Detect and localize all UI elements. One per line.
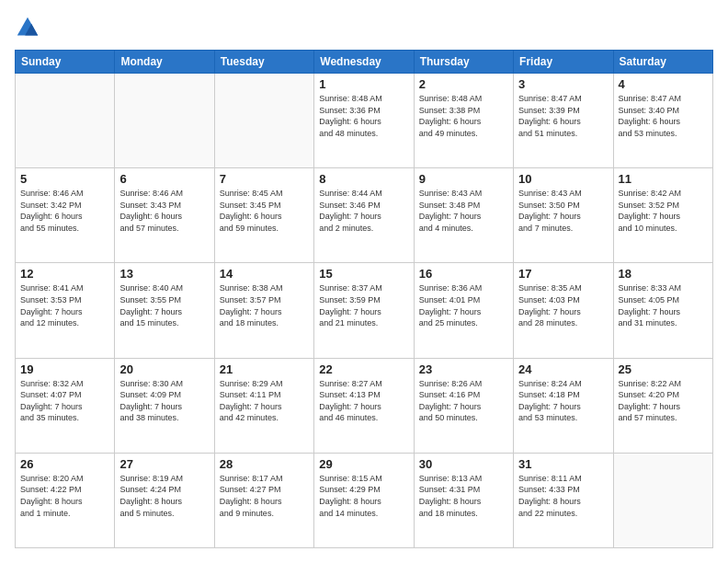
week-row-1: 1Sunrise: 8:48 AM Sunset: 3:36 PM Daylig… — [16, 74, 713, 168]
calendar-cell: 16Sunrise: 8:36 AM Sunset: 4:01 PM Dayli… — [414, 263, 513, 358]
calendar-cell: 23Sunrise: 8:26 AM Sunset: 4:16 PM Dayli… — [414, 358, 513, 453]
calendar-cell: 29Sunrise: 8:15 AM Sunset: 4:29 PM Dayli… — [314, 453, 414, 547]
calendar-cell: 1Sunrise: 8:48 AM Sunset: 3:36 PM Daylig… — [314, 74, 414, 168]
day-info: Sunrise: 8:38 AM Sunset: 3:57 PM Dayligh… — [220, 282, 309, 328]
weekday-header-row: SundayMondayTuesdayWednesdayThursdayFrid… — [16, 51, 713, 74]
day-info: Sunrise: 8:19 AM Sunset: 4:24 PM Dayligh… — [119, 473, 209, 519]
calendar-cell: 10Sunrise: 8:43 AM Sunset: 3:50 PM Dayli… — [514, 168, 613, 263]
calendar-cell — [16, 74, 115, 168]
day-info: Sunrise: 8:47 AM Sunset: 3:40 PM Dayligh… — [619, 93, 708, 139]
weekday-header-tuesday: Tuesday — [214, 51, 313, 74]
day-info: Sunrise: 8:43 AM Sunset: 3:48 PM Dayligh… — [419, 188, 508, 234]
calendar-cell — [613, 453, 712, 547]
calendar-cell: 21Sunrise: 8:29 AM Sunset: 4:11 PM Dayli… — [214, 358, 313, 453]
calendar-cell: 2Sunrise: 8:48 AM Sunset: 3:38 PM Daylig… — [414, 74, 513, 168]
calendar-cell: 24Sunrise: 8:24 AM Sunset: 4:18 PM Dayli… — [514, 358, 613, 453]
day-info: Sunrise: 8:13 AM Sunset: 4:31 PM Dayligh… — [419, 473, 508, 519]
day-info: Sunrise: 8:46 AM Sunset: 3:43 PM Dayligh… — [119, 188, 209, 234]
day-info: Sunrise: 8:46 AM Sunset: 3:42 PM Dayligh… — [20, 188, 109, 234]
calendar-cell: 31Sunrise: 8:11 AM Sunset: 4:33 PM Dayli… — [514, 453, 613, 547]
day-number: 4 — [619, 77, 708, 91]
weekday-header-friday: Friday — [514, 51, 613, 74]
day-info: Sunrise: 8:44 AM Sunset: 3:46 PM Dayligh… — [319, 188, 408, 234]
calendar-cell: 3Sunrise: 8:47 AM Sunset: 3:39 PM Daylig… — [514, 74, 613, 168]
day-info: Sunrise: 8:33 AM Sunset: 4:05 PM Dayligh… — [619, 282, 708, 328]
calendar-cell: 14Sunrise: 8:38 AM Sunset: 3:57 PM Dayli… — [214, 263, 313, 358]
logo — [15, 15, 44, 40]
day-number: 11 — [619, 172, 708, 186]
day-number: 2 — [419, 77, 508, 91]
header — [15, 15, 713, 40]
calendar-cell: 12Sunrise: 8:41 AM Sunset: 3:53 PM Dayli… — [16, 263, 115, 358]
day-number: 24 — [518, 362, 608, 376]
day-number: 15 — [319, 267, 408, 281]
day-number: 22 — [319, 362, 408, 376]
day-info: Sunrise: 8:47 AM Sunset: 3:39 PM Dayligh… — [518, 93, 608, 139]
calendar-cell: 4Sunrise: 8:47 AM Sunset: 3:40 PM Daylig… — [613, 74, 712, 168]
day-info: Sunrise: 8:30 AM Sunset: 4:09 PM Dayligh… — [119, 378, 209, 424]
day-number: 7 — [220, 172, 309, 186]
weekday-header-thursday: Thursday — [414, 51, 513, 74]
week-row-5: 26Sunrise: 8:20 AM Sunset: 4:22 PM Dayli… — [16, 453, 713, 547]
day-info: Sunrise: 8:35 AM Sunset: 4:03 PM Dayligh… — [518, 282, 608, 328]
day-number: 25 — [619, 362, 708, 376]
day-info: Sunrise: 8:20 AM Sunset: 4:22 PM Dayligh… — [20, 473, 109, 519]
calendar-cell: 5Sunrise: 8:46 AM Sunset: 3:42 PM Daylig… — [16, 168, 115, 263]
day-number: 9 — [419, 172, 508, 186]
day-info: Sunrise: 8:37 AM Sunset: 3:59 PM Dayligh… — [319, 282, 408, 328]
day-number: 20 — [119, 362, 209, 376]
day-number: 5 — [20, 172, 109, 186]
day-number: 29 — [319, 457, 408, 471]
calendar-cell: 27Sunrise: 8:19 AM Sunset: 4:24 PM Dayli… — [115, 453, 214, 547]
day-info: Sunrise: 8:27 AM Sunset: 4:13 PM Dayligh… — [319, 378, 408, 424]
day-info: Sunrise: 8:45 AM Sunset: 3:45 PM Dayligh… — [220, 188, 309, 234]
day-number: 14 — [220, 267, 309, 281]
day-info: Sunrise: 8:15 AM Sunset: 4:29 PM Dayligh… — [319, 473, 408, 519]
week-row-2: 5Sunrise: 8:46 AM Sunset: 3:42 PM Daylig… — [16, 168, 713, 263]
day-info: Sunrise: 8:17 AM Sunset: 4:27 PM Dayligh… — [220, 473, 309, 519]
day-number: 19 — [20, 362, 109, 376]
calendar-cell — [115, 74, 214, 168]
day-number: 27 — [119, 457, 209, 471]
day-number: 17 — [518, 267, 608, 281]
calendar-cell: 17Sunrise: 8:35 AM Sunset: 4:03 PM Dayli… — [514, 263, 613, 358]
calendar-cell: 9Sunrise: 8:43 AM Sunset: 3:48 PM Daylig… — [414, 168, 513, 263]
weekday-header-sunday: Sunday — [16, 51, 115, 74]
calendar-cell: 19Sunrise: 8:32 AM Sunset: 4:07 PM Dayli… — [16, 358, 115, 453]
calendar-cell: 30Sunrise: 8:13 AM Sunset: 4:31 PM Dayli… — [414, 453, 513, 547]
calendar-cell: 20Sunrise: 8:30 AM Sunset: 4:09 PM Dayli… — [115, 358, 214, 453]
calendar-cell: 7Sunrise: 8:45 AM Sunset: 3:45 PM Daylig… — [214, 168, 313, 263]
weekday-header-monday: Monday — [115, 51, 214, 74]
day-info: Sunrise: 8:40 AM Sunset: 3:55 PM Dayligh… — [119, 282, 209, 328]
day-number: 26 — [20, 457, 109, 471]
calendar-cell: 8Sunrise: 8:44 AM Sunset: 3:46 PM Daylig… — [314, 168, 414, 263]
day-number: 12 — [20, 267, 109, 281]
calendar-cell: 18Sunrise: 8:33 AM Sunset: 4:05 PM Dayli… — [613, 263, 712, 358]
day-info: Sunrise: 8:29 AM Sunset: 4:11 PM Dayligh… — [220, 378, 309, 424]
calendar-cell — [214, 74, 313, 168]
day-number: 21 — [220, 362, 309, 376]
day-number: 13 — [119, 267, 209, 281]
day-number: 8 — [319, 172, 408, 186]
day-info: Sunrise: 8:48 AM Sunset: 3:36 PM Dayligh… — [319, 93, 408, 139]
weekday-header-saturday: Saturday — [613, 51, 712, 74]
calendar-cell: 26Sunrise: 8:20 AM Sunset: 4:22 PM Dayli… — [16, 453, 115, 547]
day-info: Sunrise: 8:43 AM Sunset: 3:50 PM Dayligh… — [518, 188, 608, 234]
day-info: Sunrise: 8:48 AM Sunset: 3:38 PM Dayligh… — [419, 93, 508, 139]
day-number: 6 — [119, 172, 209, 186]
day-info: Sunrise: 8:32 AM Sunset: 4:07 PM Dayligh… — [20, 378, 109, 424]
calendar-cell: 25Sunrise: 8:22 AM Sunset: 4:20 PM Dayli… — [613, 358, 712, 453]
calendar-cell: 15Sunrise: 8:37 AM Sunset: 3:59 PM Dayli… — [314, 263, 414, 358]
calendar-cell: 28Sunrise: 8:17 AM Sunset: 4:27 PM Dayli… — [214, 453, 313, 547]
logo-icon — [15, 15, 40, 40]
day-number: 16 — [419, 267, 508, 281]
day-number: 3 — [518, 77, 608, 91]
page: SundayMondayTuesdayWednesdayThursdayFrid… — [0, 0, 728, 563]
day-number: 28 — [220, 457, 309, 471]
weekday-header-wednesday: Wednesday — [314, 51, 414, 74]
day-info: Sunrise: 8:36 AM Sunset: 4:01 PM Dayligh… — [419, 282, 508, 328]
calendar-cell: 13Sunrise: 8:40 AM Sunset: 3:55 PM Dayli… — [115, 263, 214, 358]
day-info: Sunrise: 8:26 AM Sunset: 4:16 PM Dayligh… — [419, 378, 508, 424]
calendar-cell: 11Sunrise: 8:42 AM Sunset: 3:52 PM Dayli… — [613, 168, 712, 263]
week-row-3: 12Sunrise: 8:41 AM Sunset: 3:53 PM Dayli… — [16, 263, 713, 358]
